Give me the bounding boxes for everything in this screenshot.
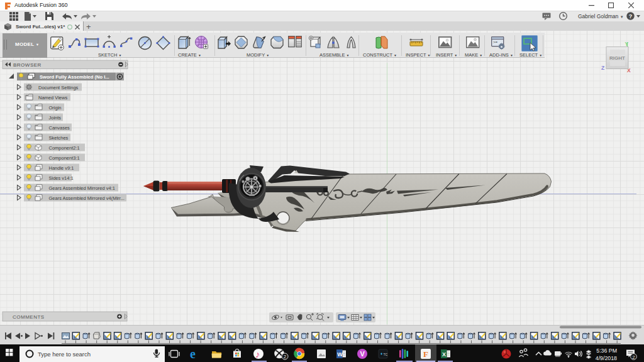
svg-text:>=: >=: [493, 40, 498, 45]
svg-text:Y: Y: [625, 41, 629, 47]
svg-text:Component2:1: Component2:1: [49, 145, 80, 151]
svg-text:Named Views: Named Views: [38, 95, 67, 101]
svg-text:Gears Assembled Mirrored v4:1: Gears Assembled Mirrored v4:1: [49, 185, 115, 191]
svg-text:Z: Z: [601, 65, 604, 71]
svg-text:♪: ♪: [255, 349, 260, 359]
svg-text:Type here to search: Type here to search: [38, 351, 91, 358]
svg-text:V: V: [360, 350, 365, 358]
svg-text:e: e: [190, 347, 196, 361]
svg-text:4/9/2018: 4/9/2018: [596, 355, 617, 361]
svg-text:2: 2: [632, 354, 635, 360]
svg-text:TC: TC: [384, 353, 388, 356]
svg-text:Component3:1: Component3:1: [49, 155, 80, 161]
svg-text:Sides v14:1: Sides v14:1: [49, 175, 74, 181]
svg-text:W: W: [337, 351, 343, 358]
svg-text:Sword Fully Assembled (No I...: Sword Fully Assembled (No I...: [40, 74, 109, 80]
svg-text:5:36 PM: 5:36 PM: [596, 348, 617, 354]
svg-text:Sketches: Sketches: [49, 135, 69, 141]
svg-text:Document Settings: Document Settings: [38, 85, 79, 90]
svg-text:X: X: [442, 351, 446, 358]
svg-text:Handle v9:1: Handle v9:1: [49, 165, 74, 171]
svg-text:RIGHT: RIGHT: [609, 55, 625, 61]
svg-text:?: ?: [629, 13, 633, 19]
svg-text:Origin: Origin: [49, 105, 62, 111]
svg-text:COMMENTS: COMMENTS: [13, 314, 45, 320]
svg-text:2: 2: [284, 354, 287, 359]
svg-text:BROWSER: BROWSER: [13, 62, 42, 68]
svg-text:F: F: [423, 349, 428, 359]
svg-text:Canvases: Canvases: [49, 125, 70, 131]
svg-text:Gears Assembled Mirrored v4(Mi: Gears Assembled Mirrored v4(Mirr...: [49, 195, 125, 201]
svg-text:Joints: Joints: [49, 115, 62, 121]
